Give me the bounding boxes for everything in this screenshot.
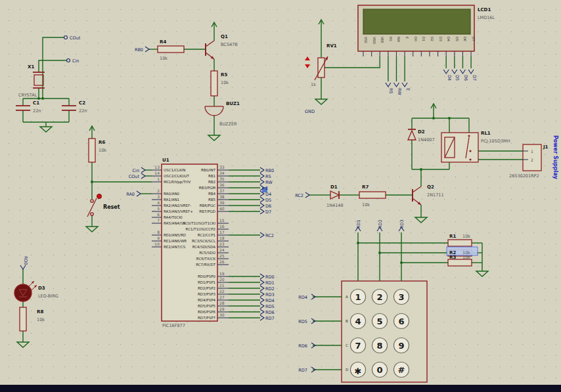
schematic-svg: COut Cin X1 CRYSTAL C1 22n C2 22n RB0 R4… — [0, 0, 561, 392]
ref-q1: Q1 — [221, 34, 228, 39]
capacitor-c1[interactable] — [16, 106, 30, 110]
capacitor-c2[interactable] — [62, 106, 76, 110]
transistor-q1[interactable] — [206, 41, 214, 59]
led-d3[interactable] — [14, 281, 37, 301]
net-label-ra0: RA0 — [126, 192, 135, 197]
pin-number: 2 — [157, 188, 160, 193]
net-label: D4 — [265, 192, 271, 197]
ref-r6: R6 — [99, 140, 105, 145]
ground-icon — [315, 99, 327, 104]
pin-name: RB7/PGD — [199, 209, 215, 213]
pin-number: 10 — [154, 242, 160, 246]
ref-x1: X1 — [28, 64, 34, 70]
ref-buz1: BUZ1 — [226, 101, 240, 106]
lcd-pin-label: D7 — [472, 37, 476, 41]
wire — [325, 56, 380, 68]
value-j1: 26530201RP2 — [509, 173, 539, 179]
ref-u1: U1 — [162, 158, 169, 163]
pin-number: 23 — [219, 242, 225, 246]
ref-d3: D3 — [38, 286, 45, 291]
resistor-r7[interactable] — [359, 192, 386, 198]
terminal-flag — [20, 265, 26, 269]
ref-c2: C2 — [79, 100, 85, 106]
reset-button-actuator[interactable] — [97, 194, 102, 199]
pin-number: 25 — [219, 253, 225, 258]
lcd-pin-label: RW — [397, 37, 401, 42]
keypad-button-label: 0 — [376, 365, 382, 375]
pin-name: OSC2/CLKOUT — [164, 174, 190, 178]
pin-number: 8 — [157, 230, 160, 234]
terminal-flag — [468, 70, 474, 74]
relay-rl1[interactable] — [441, 133, 478, 162]
resistor-r6[interactable] — [89, 139, 95, 162]
resistor-r3[interactable] — [448, 259, 472, 266]
net-label: RD0 — [265, 274, 275, 280]
diode-d2[interactable] — [408, 129, 416, 140]
net-label-cin: Cin — [72, 58, 79, 64]
terminal-flag — [260, 315, 264, 320]
pot-increase-button[interactable] — [305, 56, 310, 60]
pin-name: RC3/SCK/SCL — [192, 239, 216, 243]
buzzer-buz1[interactable] — [205, 106, 223, 116]
value-r7: 10k — [362, 202, 370, 207]
terminal-flag — [452, 70, 457, 74]
pot-decrease-button[interactable] — [305, 64, 310, 68]
pin-name: RC0/T1OSO/T1CKI — [183, 221, 215, 225]
keypad-button-label: 1 — [355, 292, 361, 302]
value-rv1: 1k — [311, 82, 316, 87]
keypad-button-label: 7 — [355, 341, 361, 351]
resistor-r8[interactable] — [20, 307, 26, 331]
pin-name: RC2/CCP1 — [198, 233, 215, 237]
j1-pin-1: 1 — [531, 149, 533, 154]
net-label: RD2 — [265, 286, 275, 292]
reset-button[interactable] — [87, 194, 102, 217]
terminal-flag — [260, 173, 264, 179]
net-label: RD6 — [298, 343, 307, 349]
terminal-flag — [260, 232, 264, 238]
pin-number: 24 — [219, 248, 225, 252]
resistor-r1[interactable] — [448, 240, 472, 246]
resistor-r4[interactable] — [158, 46, 184, 53]
pin-number: 7 — [157, 218, 160, 223]
ground-icon — [476, 271, 488, 276]
ref-lcd1: LCD1 — [478, 7, 491, 12]
keypad-button-label: 9 — [398, 341, 404, 351]
terminal-flag — [260, 179, 264, 185]
lcd-pin-label: D3 — [439, 37, 443, 41]
pin-name: RB1 — [208, 174, 215, 178]
pin-number: 36 — [219, 183, 225, 187]
keypad-row-label: D — [346, 368, 348, 372]
resistor-r5[interactable] — [211, 71, 217, 96]
ref-r7: R7 — [362, 185, 369, 190]
ground-icon — [415, 217, 427, 223]
terminal-flag — [260, 274, 264, 279]
net-label: RW — [397, 88, 402, 95]
net-label: RD4 — [298, 295, 307, 300]
pin-name: RB4 — [208, 192, 216, 196]
net-label-cout2: COut — [129, 174, 140, 179]
potentiometer-rv1[interactable] — [315, 56, 328, 80]
net-label: D7 — [472, 75, 477, 81]
net-label: RS — [388, 88, 393, 94]
lcd-pin-label: D2 — [430, 37, 434, 41]
ref-c1: C1 — [33, 100, 39, 106]
terminal-flag — [141, 167, 145, 173]
keypad-button-label: 3 — [398, 292, 404, 302]
terminal-flag — [260, 280, 264, 285]
pin-name: RB5 — [208, 198, 216, 202]
lcd-body[interactable] — [358, 5, 474, 51]
diode-d1[interactable] — [330, 191, 339, 199]
value-r5: 10k — [221, 80, 229, 85]
net-label: D4 — [447, 75, 452, 81]
ref-j1: J1 — [543, 144, 549, 150]
status-bar — [0, 385, 561, 392]
pin-number: 38 — [219, 194, 225, 199]
pin-number: 9 — [157, 236, 160, 240]
value-x1: CRYSTAL — [18, 93, 37, 98]
value-r3: 10k — [462, 255, 470, 260]
transistor-q2[interactable] — [413, 186, 421, 205]
labels: COut Cin X1 CRYSTAL C1 22n C2 22n RB0 R4… — [18, 7, 558, 328]
terminal-flag — [393, 83, 399, 87]
net-label-rb0: RB0 — [135, 47, 143, 53]
value-u1: PIC16F877 — [162, 323, 185, 328]
